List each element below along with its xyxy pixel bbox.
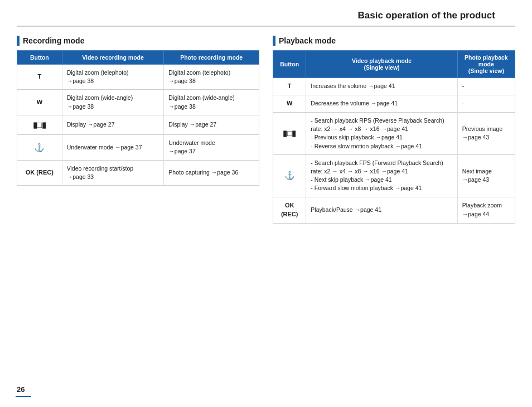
table-row ok-rec-row: OK (REC) Video recording start/stop→page… [17, 160, 259, 185]
table-row ok-rec-row: OK (REC) Playback/Pause →page 41 Playbac… [273, 197, 515, 223]
photo-okrec-rec: Photo capturing →page 36 [164, 160, 259, 185]
photo-w-rec: Digital zoom (wide-angle)→page 38 [164, 90, 259, 115]
recording-mode-section: Recording mode Button Video recording mo… [17, 36, 259, 224]
photo-display-rec: Display →page 27 [164, 115, 259, 134]
playback-mode-label: Playback mode [279, 36, 336, 45]
playback-table-header-row: Button Video playback mode(Single view) … [273, 51, 515, 78]
video-okrec-rec: Video recording start/stop→page 33 [62, 160, 164, 185]
arrow-icon: → [362, 125, 369, 132]
arrow-icon: → [168, 77, 175, 84]
recording-col-button: Button [17, 51, 62, 65]
video-w-rec: Digital zoom (wide-angle)→page 38 [62, 90, 164, 115]
playback-col-video: Video playback mode(Single view) [306, 51, 457, 78]
display-icon: ▮□▮ [283, 129, 296, 138]
arrow-icon: → [347, 168, 354, 175]
underwater-icon: ⚓ [284, 171, 295, 180]
photo-underwater-rec: Underwater mode→page 37 [164, 135, 259, 160]
arrow-icon: → [381, 125, 387, 132]
photo-t-play: - [457, 78, 515, 95]
table-row: ▮□▮ Display →page 27 Display →page 27 [17, 115, 259, 134]
video-t-rec: Digital zoom (telephoto)→page 38 [62, 65, 164, 90]
video-t-play: Increases the volume →page 41 [306, 78, 457, 95]
arrow-icon: → [395, 143, 402, 149]
playback-col-button: Button [273, 51, 306, 78]
btn-underwater-play: ⚓ [273, 154, 306, 197]
photo-t-rec: Digital zoom (telephoto)→page 38 [164, 65, 259, 90]
underwater-icon: ⚓ [34, 143, 45, 152]
btn-okrec-rec: OK (REC) [17, 160, 62, 185]
arrow-icon: → [365, 176, 371, 183]
btn-okrec-play: OK (REC) [273, 197, 306, 223]
title-bar-decoration [273, 36, 275, 46]
arrow-icon: → [332, 168, 338, 175]
video-display-play: - Search playback RPS (Reverse Playback … [306, 112, 457, 154]
btn-display-rec: ▮□▮ [17, 115, 62, 134]
recording-mode-label: Recording mode [23, 36, 84, 45]
recording-col-video: Video recording mode [62, 51, 164, 65]
arrow-icon: → [211, 169, 217, 176]
video-underwater-play: - Search playback FPS (Forward Playback … [306, 154, 457, 197]
btn-display-play: ▮□▮ [273, 112, 306, 154]
photo-underwater-play: Next image →page 43 [457, 154, 515, 197]
arrow-icon: → [371, 100, 377, 106]
playback-mode-table: Button Video playback mode(Single view) … [273, 50, 515, 224]
table-row: ⚓ Underwater mode →page 37 Underwater mo… [17, 135, 259, 160]
page-number-decoration [16, 396, 31, 397]
arrow-icon: → [462, 211, 468, 217]
arrow-icon: → [168, 148, 175, 154]
table-row: T Increases the volume →page 41 - [273, 78, 515, 95]
arrow-icon: → [190, 121, 196, 128]
btn-w-rec: W [17, 90, 62, 115]
recording-mode-table: Button Video recording mode Photo record… [17, 50, 259, 186]
page-number: 26 [17, 385, 25, 394]
arrow-icon: → [168, 103, 175, 110]
recording-mode-title: Recording mode [17, 36, 259, 46]
btn-t-rec: T [17, 65, 62, 90]
arrow-icon: → [395, 185, 401, 191]
table-row: T Digital zoom (telephoto)→page 38 Digit… [17, 65, 259, 90]
table-row: ⚓ - Search playback FPS (Forward Playbac… [273, 154, 515, 197]
arrow-icon: → [332, 125, 338, 132]
video-underwater-rec: Underwater mode →page 37 [62, 135, 164, 160]
arrow-icon: → [347, 125, 354, 132]
arrow-icon: → [368, 83, 374, 89]
btn-underwater-rec: ⚓ [17, 135, 62, 160]
photo-display-play: Previous image →page 43 [457, 112, 515, 154]
arrow-icon: → [88, 121, 94, 128]
arrow-icon: → [376, 134, 382, 140]
arrow-icon: → [362, 168, 369, 175]
playback-col-photo: Photo playback mode(Single view) [457, 51, 515, 78]
arrow-icon: → [115, 144, 121, 151]
table-row: ▮□▮ - Search playback RPS (Reverse Playb… [273, 112, 515, 154]
photo-w-play: - [457, 95, 515, 112]
video-display-rec: Display →page 27 [62, 115, 164, 134]
photo-okrec-play: Playback zoom →page 44 [457, 197, 515, 223]
arrow-icon: → [67, 77, 73, 84]
btn-w-play: W [273, 95, 306, 112]
table-row: W Digital zoom (wide-angle)→page 38 Digi… [17, 90, 259, 115]
page-title: Basic operation of the product [17, 0, 515, 27]
playback-mode-title: Playback mode [273, 36, 515, 46]
recording-table-header-row: Button Video recording mode Photo record… [17, 51, 259, 65]
table-row: W Decreases the volume →page 41 - [273, 95, 515, 112]
btn-t-play: T [273, 78, 306, 95]
arrow-icon: → [67, 103, 73, 110]
video-w-play: Decreases the volume →page 41 [306, 95, 457, 112]
title-bar-decoration [17, 36, 20, 46]
arrow-icon: → [462, 176, 468, 183]
arrow-icon: → [355, 206, 361, 213]
recording-col-photo: Photo recording mode [164, 51, 259, 65]
arrow-icon: → [381, 168, 387, 175]
playback-mode-section: Playback mode Button Video playback mode… [273, 36, 515, 224]
arrow-icon: → [462, 134, 468, 140]
arrow-icon: → [67, 173, 73, 180]
display-icon: ▮□▮ [33, 120, 46, 129]
video-okrec-play: Playback/Pause →page 41 [306, 197, 457, 223]
